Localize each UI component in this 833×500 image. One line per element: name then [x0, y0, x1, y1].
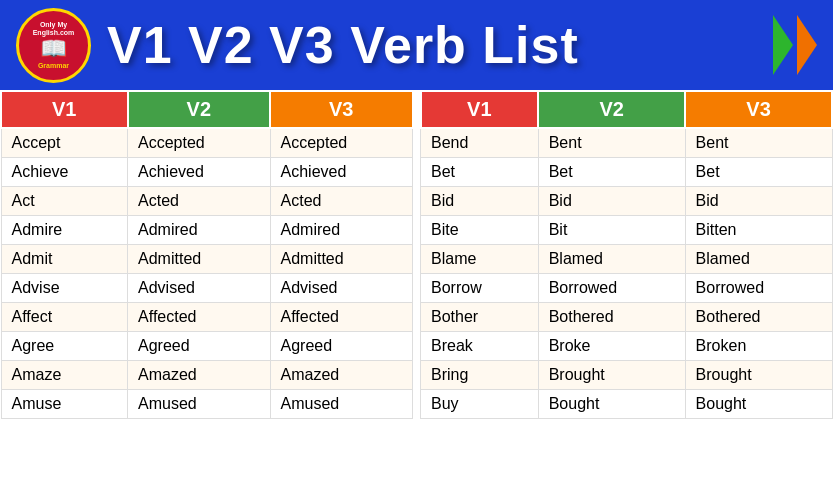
- table-cell: Break: [421, 332, 539, 361]
- table-cell: Agreed: [128, 332, 270, 361]
- header: Only My English.com 📖 Grammar V1 V2 V3 V…: [0, 0, 833, 90]
- table-cell: Blamed: [538, 245, 685, 274]
- table-cell: Agree: [1, 332, 128, 361]
- table-cell: Bit: [538, 216, 685, 245]
- table-row: AdmireAdmiredAdmired: [1, 216, 413, 245]
- table-row: BotherBotheredBothered: [421, 303, 833, 332]
- table-cell: Bend: [421, 128, 539, 158]
- table-cell: Bid: [421, 187, 539, 216]
- table-cell: Accepted: [128, 128, 270, 158]
- table-cell: Admired: [270, 216, 412, 245]
- page-title: V1 V2 V3 Verb List: [107, 15, 579, 75]
- table-cell: Achieved: [270, 158, 412, 187]
- table-cell: Broke: [538, 332, 685, 361]
- table-cell: Blamed: [685, 245, 832, 274]
- logo-bottom-text: Grammar: [38, 62, 69, 69]
- table-row: BendBentBent: [421, 128, 833, 158]
- book-icon: 📖: [40, 36, 67, 62]
- table-cell: Bought: [685, 390, 832, 419]
- table-row: AdviseAdvisedAdvised: [1, 274, 413, 303]
- table-cell: Admire: [1, 216, 128, 245]
- table-row: BorrowBorrowedBorrowed: [421, 274, 833, 303]
- table-cell: Affected: [128, 303, 270, 332]
- table-cell: Amused: [128, 390, 270, 419]
- table-cell: Affect: [1, 303, 128, 332]
- table2-wrapper: V1 V2 V3 BendBentBentBetBetBetBidBidBidB…: [420, 90, 834, 419]
- table-row: BlameBlamedBlamed: [421, 245, 833, 274]
- table-cell: Bring: [421, 361, 539, 390]
- table-row: BreakBrokeBroken: [421, 332, 833, 361]
- header-decoration: [773, 15, 817, 75]
- table-cell: Amaze: [1, 361, 128, 390]
- table2-header-v2: V2: [538, 91, 685, 128]
- table-cell: Bothered: [538, 303, 685, 332]
- table1: V1 V2 V3 AcceptAcceptedAcceptedAchieveAc…: [0, 90, 414, 419]
- table-cell: Admired: [128, 216, 270, 245]
- table-cell: Admitted: [128, 245, 270, 274]
- table-cell: Bet: [538, 158, 685, 187]
- table1-header-v1: V1: [1, 91, 128, 128]
- table-cell: Brought: [538, 361, 685, 390]
- table-row: AdmitAdmittedAdmitted: [1, 245, 413, 274]
- table2-header-v3: V3: [685, 91, 832, 128]
- table-cell: Amazed: [270, 361, 412, 390]
- tables-container: V1 V2 V3 AcceptAcceptedAcceptedAchieveAc…: [0, 90, 833, 419]
- table-cell: Accepted: [270, 128, 412, 158]
- chevron-orange-icon: [797, 15, 817, 75]
- table-cell: Achieved: [128, 158, 270, 187]
- table-cell: Affected: [270, 303, 412, 332]
- table-cell: Admit: [1, 245, 128, 274]
- table-cell: Bothered: [685, 303, 832, 332]
- table-row: ActActedActed: [1, 187, 413, 216]
- table-cell: Bought: [538, 390, 685, 419]
- table-row: AgreeAgreedAgreed: [1, 332, 413, 361]
- table-cell: Advised: [128, 274, 270, 303]
- table-cell: Bite: [421, 216, 539, 245]
- table2-header-v1: V1: [421, 91, 539, 128]
- table-cell: Brought: [685, 361, 832, 390]
- table-cell: Advised: [270, 274, 412, 303]
- table-cell: Amuse: [1, 390, 128, 419]
- table-cell: Acted: [270, 187, 412, 216]
- table-cell: Advise: [1, 274, 128, 303]
- table-row: AcceptAcceptedAccepted: [1, 128, 413, 158]
- table-cell: Broken: [685, 332, 832, 361]
- table-cell: Bid: [685, 187, 832, 216]
- table-cell: Borrow: [421, 274, 539, 303]
- table-cell: Agreed: [270, 332, 412, 361]
- table-row: AchieveAchievedAchieved: [1, 158, 413, 187]
- table-cell: Bent: [685, 128, 832, 158]
- chevron-green-icon: [773, 15, 793, 75]
- table-cell: Amused: [270, 390, 412, 419]
- table-cell: Accept: [1, 128, 128, 158]
- table2: V1 V2 V3 BendBentBentBetBetBetBidBidBidB…: [420, 90, 834, 419]
- table-cell: Bet: [421, 158, 539, 187]
- table-cell: Amazed: [128, 361, 270, 390]
- table-cell: Bother: [421, 303, 539, 332]
- logo-top-text: Only My English.com: [19, 21, 88, 36]
- table-cell: Admitted: [270, 245, 412, 274]
- table-row: AmazeAmazedAmazed: [1, 361, 413, 390]
- table-cell: Achieve: [1, 158, 128, 187]
- table-cell: Borrowed: [685, 274, 832, 303]
- table-row: AmuseAmusedAmused: [1, 390, 413, 419]
- table-cell: Borrowed: [538, 274, 685, 303]
- table-cell: Bent: [538, 128, 685, 158]
- table-row: BidBidBid: [421, 187, 833, 216]
- table-cell: Buy: [421, 390, 539, 419]
- table-row: BiteBitBitten: [421, 216, 833, 245]
- table-cell: Bid: [538, 187, 685, 216]
- logo: Only My English.com 📖 Grammar: [16, 8, 91, 83]
- table-cell: Blame: [421, 245, 539, 274]
- table1-header-v3: V3: [270, 91, 412, 128]
- table-cell: Bitten: [685, 216, 832, 245]
- table-row: BringBroughtBrought: [421, 361, 833, 390]
- table-row: AffectAffectedAffected: [1, 303, 413, 332]
- table-cell: Acted: [128, 187, 270, 216]
- table1-wrapper: V1 V2 V3 AcceptAcceptedAcceptedAchieveAc…: [0, 90, 414, 419]
- table-row: BetBetBet: [421, 158, 833, 187]
- table1-header-v2: V2: [128, 91, 270, 128]
- table-row: BuyBoughtBought: [421, 390, 833, 419]
- table-cell: Act: [1, 187, 128, 216]
- table-cell: Bet: [685, 158, 832, 187]
